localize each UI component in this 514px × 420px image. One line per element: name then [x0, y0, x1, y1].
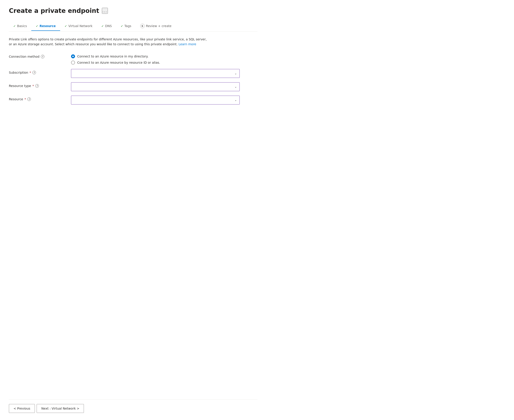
tab-basics-label: Basics: [17, 24, 27, 28]
resource-control: ⌄: [71, 96, 240, 105]
resource-type-control: ⌄: [71, 82, 240, 91]
tab-resource-label: Resource: [39, 24, 56, 28]
subscription-dropdown[interactable]: ⌄: [71, 69, 240, 78]
check-icon-dns: ✓: [101, 24, 104, 28]
page-footer: < Previous Next : Virtual Network >: [9, 399, 257, 413]
tab-tags[interactable]: ✓ Tags: [116, 22, 136, 31]
wizard-tabs: ✓ Basics ✓ Resource ✓ Virtual Network ✓ …: [9, 22, 257, 31]
resource-dropdown[interactable]: ⌄: [71, 96, 240, 105]
tab-resource[interactable]: ✓ Resource: [31, 22, 60, 31]
subscription-control: ⌄: [71, 69, 240, 78]
resource-chevron-icon: ⌄: [234, 98, 237, 102]
resource-row: Resource * i ⌄: [9, 96, 257, 105]
tab-virtual-network[interactable]: ✓ Virtual Network: [60, 22, 97, 31]
subscription-chevron-icon: ⌄: [234, 72, 237, 75]
resource-type-chevron-icon: ⌄: [234, 85, 237, 88]
subscription-row: Subscription * i ⌄: [9, 69, 257, 78]
page-title: Create a private endpoint: [9, 7, 99, 15]
form-section: Connection method i Connect to an Azure …: [9, 53, 257, 399]
resource-type-required-star: *: [32, 84, 34, 88]
tab-virtual-network-label: Virtual Network: [68, 24, 92, 28]
tab-review-create[interactable]: 6 Review + create: [136, 22, 176, 31]
resource-type-label: Resource type * i: [9, 82, 71, 88]
page-title-row: Create a private endpoint ...: [9, 7, 257, 15]
radio-circle-resource-id: [71, 60, 75, 65]
subscription-label: Subscription * i: [9, 69, 71, 74]
resource-type-dropdown[interactable]: ⌄: [71, 82, 240, 91]
subscription-info-icon[interactable]: i: [32, 71, 36, 74]
tab-tags-label: Tags: [124, 24, 131, 28]
tab-review-create-label: Review + create: [146, 24, 172, 28]
resource-label: Resource * i: [9, 96, 71, 101]
step-badge-review: 6: [140, 24, 145, 28]
tab-dns[interactable]: ✓ DNS: [97, 22, 116, 31]
next-button[interactable]: Next : Virtual Network >: [37, 404, 84, 413]
resource-type-info-icon[interactable]: i: [35, 84, 39, 88]
check-icon-basics: ✓: [13, 24, 16, 28]
radio-resource-id[interactable]: Connect to an Azure resource by resource…: [71, 60, 240, 65]
radio-circle-directory: [71, 54, 75, 58]
resource-required-star: *: [24, 98, 26, 101]
resource-info-icon[interactable]: i: [27, 98, 31, 101]
radio-label-directory: Connect to an Azure resource in my direc…: [77, 55, 149, 58]
resource-type-row: Resource type * i ⌄: [9, 82, 257, 91]
radio-directory[interactable]: Connect to an Azure resource in my direc…: [71, 54, 240, 58]
connection-method-info-icon[interactable]: i: [41, 55, 44, 58]
connection-method-row: Connection method i Connect to an Azure …: [9, 53, 257, 65]
ellipsis-menu-button[interactable]: ...: [102, 8, 108, 14]
tab-basics[interactable]: ✓ Basics: [9, 22, 31, 31]
previous-button[interactable]: < Previous: [9, 404, 35, 413]
connection-method-label: Connection method i: [9, 53, 71, 58]
subscription-required-star: *: [30, 71, 31, 74]
connection-method-control: Connect to an Azure resource in my direc…: [71, 53, 240, 65]
connection-method-radio-group: Connect to an Azure resource in my direc…: [71, 53, 240, 65]
check-icon-tags: ✓: [121, 24, 123, 28]
learn-more-link[interactable]: Learn more: [178, 42, 196, 46]
radio-label-resource-id: Connect to an Azure resource by resource…: [77, 61, 160, 64]
page-description: Private Link offers options to create pr…: [9, 37, 209, 47]
check-icon-resource: ✓: [36, 24, 38, 28]
tab-dns-label: DNS: [105, 24, 112, 28]
page-container: Create a private endpoint ... ✓ Basics ✓…: [0, 0, 266, 420]
check-icon-virtual-network: ✓: [65, 24, 67, 28]
